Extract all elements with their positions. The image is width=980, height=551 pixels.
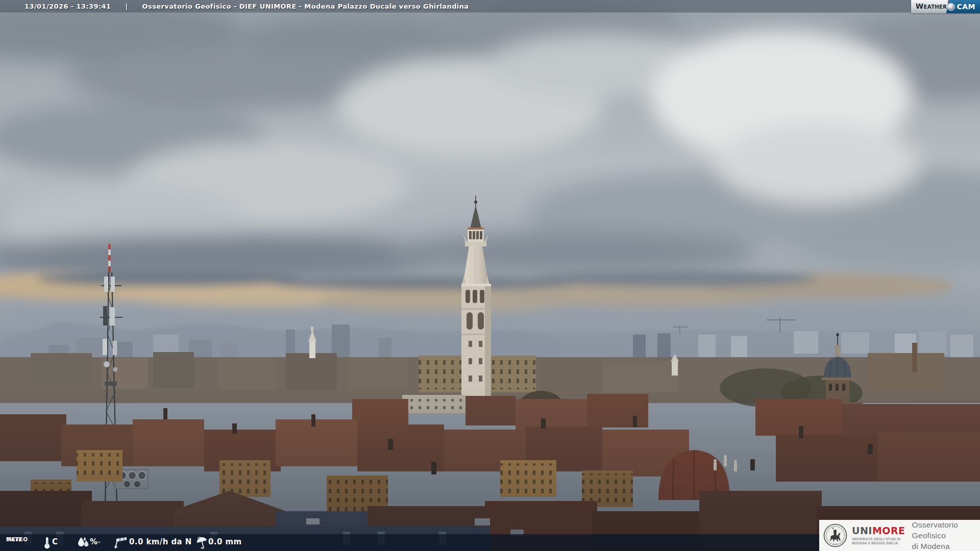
weathercam-word-left: Weather [911,0,948,13]
unimore-logo-box: 1175 UNIMORE UNIVERSITÀ DEGLI STUDI DI M… [819,520,980,551]
separator: | [125,3,128,10]
unimore-acronym-more: MORE [872,525,905,536]
top-status-bar: 13/01/2026 - 13:39:41 | Osservatorio Geo… [0,0,980,13]
webcam-photo [0,0,980,551]
svg-text:1175: 1175 [833,543,838,545]
observatory-name: Osservatorio Geofisico di Modena [912,519,980,551]
observatory-name-line1: Osservatorio Geofisico [912,519,980,541]
weathercam-word-right: CAM [946,0,980,13]
unimore-seal-icon: 1175 [823,523,847,547]
unimore-acronym-uni: UNI [852,525,872,536]
unimore-wordmark: UNIMORE UNIVERSITÀ DEGLI STUDI DI MODENA… [852,526,905,545]
camera-lens-icon [947,3,955,11]
webcam-title: Osservatorio Geofisico - DIEF UNIMORE - … [142,3,469,10]
timestamp: 13/01/2026 - 13:39:41 [24,3,111,10]
humidity-missing-indicator: - [97,537,101,546]
unimore-subtitle-line2: MODENA E REGGIO EMILIA [852,541,905,545]
observatory-name-line2: di Modena [912,541,980,551]
unimore-subtitle-line1: UNIVERSITÀ DEGLI STUDI DI [852,537,905,541]
wind-value: 0.0 km/h da N [129,537,192,546]
rain-value: 0.0 mm [208,537,241,546]
weathercam-logo: Weather CAM [911,0,980,13]
